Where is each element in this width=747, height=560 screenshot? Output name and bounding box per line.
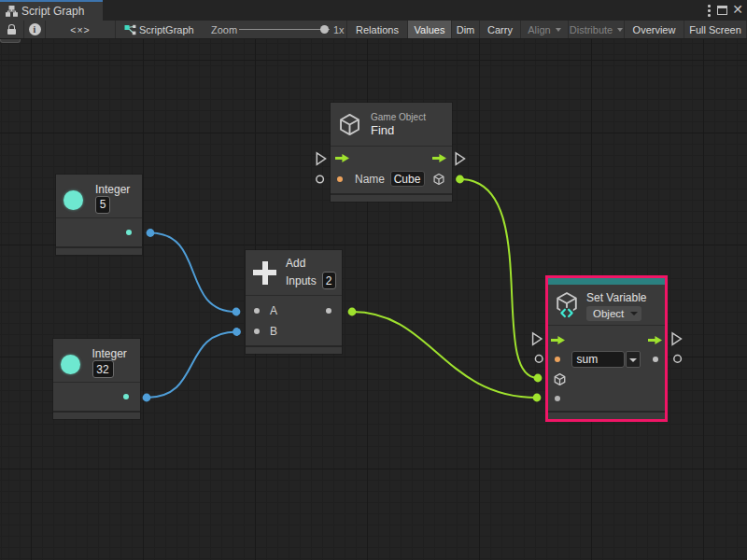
- align-button[interactable]: Align: [520, 21, 568, 38]
- wire-3-end-dot: [534, 374, 543, 383]
- node-title: Integer: [92, 347, 127, 360]
- cube-icon: [337, 112, 362, 137]
- node-category: Game Object: [371, 112, 426, 122]
- graph-canvas[interactable]: Integer 5 Integer 32: [0, 39, 747, 560]
- input-b-label: B: [270, 325, 277, 338]
- value-output-port[interactable]: [653, 357, 658, 362]
- inputs-count-field[interactable]: 2: [322, 272, 336, 289]
- variable-kind-dropdown[interactable]: Object: [586, 306, 641, 321]
- find-flow-out-port[interactable]: [456, 153, 464, 165]
- input-a-port[interactable]: [254, 308, 260, 314]
- node-integer-5[interactable]: Integer 5: [56, 175, 142, 255]
- menu-kebab-icon[interactable]: [708, 5, 710, 19]
- tab-script-graph[interactable]: Script Graph: [0, 0, 103, 21]
- align-dropdown-icon: [556, 28, 561, 32]
- input-b-port[interactable]: [254, 329, 260, 334]
- close-icon[interactable]: ✕: [732, 3, 743, 16]
- script-graph-window: Script Graph ✕ i <×> ScriptGraph Zoom: [0, 0, 747, 560]
- flow-out-arrow[interactable]: [432, 154, 446, 162]
- info-icon: i: [29, 23, 41, 35]
- toolbar-buttons: Relations Values Dim Carry Align Distrib…: [346, 21, 747, 38]
- zoom-value: 1x: [333, 24, 345, 35]
- dim-button[interactable]: Dim: [451, 21, 479, 38]
- overview-button[interactable]: Overview: [624, 21, 684, 38]
- integer-output-port[interactable]: [123, 394, 129, 399]
- zoom-slider-handle[interactable]: [320, 25, 329, 34]
- distribute-button[interactable]: Distribute: [568, 21, 624, 38]
- find-name-port[interactable]: [317, 175, 324, 183]
- flow-out-arrow[interactable]: [648, 336, 662, 344]
- sum-output-port[interactable]: [326, 308, 331, 314]
- wire-1-start-dot: [143, 394, 151, 402]
- value-input-port[interactable]: [555, 396, 560, 401]
- node-game-object-find[interactable]: Game Object Find Name Cube: [331, 103, 452, 202]
- wire-2-start-dot: [348, 308, 357, 316]
- flow-in-arrow[interactable]: [551, 336, 565, 344]
- integer-type-icon: [61, 355, 80, 374]
- values-button[interactable]: Values: [407, 21, 451, 38]
- setvar-flow-in-port[interactable]: [533, 333, 542, 345]
- setvar-value-port-right[interactable]: [674, 356, 682, 363]
- wire-3-start-dot: [456, 175, 464, 184]
- lock-icon: [7, 29, 16, 35]
- wire-0[interactable]: [150, 233, 236, 313]
- node-footer: [246, 345, 342, 354]
- input-a-label: A: [270, 304, 277, 317]
- lock-button[interactable]: [0, 21, 23, 38]
- script-graph-breadcrumb-icon: [124, 24, 136, 35]
- game-object-input-port[interactable]: [553, 372, 567, 386]
- carry-button[interactable]: Carry: [479, 21, 520, 38]
- wire-3[interactable]: [460, 179, 539, 378]
- tab-bar: Script Graph ✕: [0, 0, 747, 21]
- tab-title: Script Graph: [21, 5, 84, 18]
- node-footer: [331, 193, 452, 202]
- integer-value-field[interactable]: 5: [95, 196, 110, 214]
- setvar-flow-out-port[interactable]: [672, 333, 681, 345]
- graph-toolbar: i <×> ScriptGraph Zoom 1x Relations Valu…: [0, 21, 747, 39]
- wire-0-end-dot: [233, 308, 241, 316]
- wire-2[interactable]: [352, 312, 537, 398]
- node-title: Integer: [95, 183, 130, 196]
- node-footer: [56, 246, 142, 255]
- integer-output-port[interactable]: [126, 230, 132, 235]
- name-value-field[interactable]: Cube: [390, 171, 425, 187]
- variable-name-port[interactable]: [555, 357, 560, 362]
- flow-in-arrow[interactable]: [335, 154, 349, 162]
- integer-value-field[interactable]: 32: [92, 360, 114, 378]
- node-title: Add: [286, 257, 336, 270]
- node-add[interactable]: Add Inputs 2 A B: [246, 250, 342, 354]
- set-variable-icon: [554, 290, 580, 318]
- dropdown-arrow-icon: [629, 358, 637, 362]
- node-integer-32[interactable]: Integer 32: [53, 339, 140, 419]
- dropdown-arrow-icon: [630, 312, 638, 315]
- wire-0-start-dot: [147, 229, 155, 237]
- maximize-icon[interactable]: [717, 6, 727, 16]
- wire-1-end-dot: [233, 328, 241, 336]
- zoom-label: Zoom: [211, 24, 237, 35]
- add-icon: [253, 261, 276, 285]
- inspector-button[interactable]: i: [24, 21, 45, 38]
- toolbar-nub: [0, 39, 21, 43]
- integer-type-icon: [63, 190, 83, 210]
- zoom-slider[interactable]: [239, 29, 330, 30]
- node-title: Set Variable: [586, 291, 646, 304]
- find-flow-in-port[interactable]: [317, 153, 325, 165]
- full-screen-button[interactable]: Full Screen: [684, 21, 747, 38]
- node-set-variable[interactable]: Set Variable Object: [545, 275, 668, 422]
- code-preview-button[interactable]: <×>: [46, 21, 115, 38]
- variable-name-dropdown-button[interactable]: [626, 351, 641, 368]
- breadcrumb[interactable]: ScriptGraph: [139, 24, 194, 35]
- name-input-port[interactable]: [337, 176, 343, 182]
- variable-name-dropdown[interactable]: sum: [571, 351, 625, 368]
- inputs-label: Inputs: [286, 274, 317, 287]
- node-footer: [53, 411, 140, 419]
- game-object-output-port[interactable]: [432, 173, 445, 186]
- wire-2-end-dot: [533, 394, 542, 402]
- graph-tab-icon: [6, 6, 18, 17]
- code-icon: <×>: [70, 24, 90, 35]
- relations-button[interactable]: Relations: [346, 21, 407, 38]
- setvar-name-port-left[interactable]: [535, 356, 543, 363]
- node-title: Find: [371, 123, 426, 137]
- node-footer: [548, 411, 665, 419]
- wire-1[interactable]: [147, 332, 237, 399]
